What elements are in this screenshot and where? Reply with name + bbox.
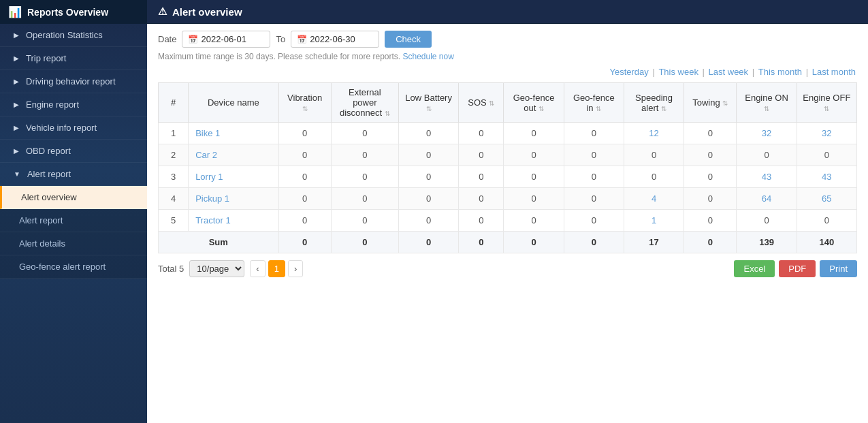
- col-vibration[interactable]: Vibration ⇅: [278, 83, 331, 123]
- tow-val: 0: [684, 144, 737, 166]
- lb-val: 0: [399, 210, 459, 232]
- page-controls: ‹ 1 ›: [250, 260, 303, 277]
- quick-date-links: Yesterday | This week | Last week | This…: [158, 67, 857, 77]
- prev-page-button[interactable]: ‹: [250, 260, 265, 277]
- last-month-link[interactable]: Last month: [812, 67, 856, 77]
- speed-val[interactable]: 1: [624, 210, 684, 232]
- per-page-select[interactable]: 10/page 20/page 50/page: [189, 260, 244, 277]
- sum-engoff: 140: [797, 232, 856, 253]
- sidebar-item-alert-report-sub[interactable]: Alert report: [0, 209, 147, 232]
- excel-export-button[interactable]: Excel: [734, 260, 775, 277]
- col-sos[interactable]: SOS ⇅: [459, 83, 504, 123]
- page-header: ⚠ Alert overview: [147, 0, 868, 24]
- device-name[interactable]: Tractor 1: [189, 210, 278, 232]
- gfin-val: 0: [564, 166, 624, 188]
- this-week-link[interactable]: This week: [658, 67, 698, 77]
- sidebar-label-trip-report: Trip report: [26, 53, 66, 63]
- ext-val: 0: [331, 210, 398, 232]
- gfout-val: 0: [504, 123, 564, 144]
- sidebar-label-engine-report: Engine report: [26, 99, 79, 110]
- col-geofence-in[interactable]: Geo-fence in ⇅: [564, 83, 624, 123]
- schedule-link[interactable]: Schedule now: [403, 52, 454, 61]
- row-num: 2: [159, 144, 189, 166]
- lb-val: 0: [399, 166, 459, 188]
- col-engine-off[interactable]: Engine OFF ⇅: [797, 83, 856, 123]
- print-button[interactable]: Print: [820, 260, 857, 277]
- speed-val[interactable]: 12: [624, 123, 684, 144]
- sidebar-item-trip-report[interactable]: ▶Trip report: [0, 47, 147, 70]
- col-speeding[interactable]: Speeding alert ⇅: [624, 83, 684, 123]
- pdf-export-button[interactable]: PDF: [779, 260, 816, 277]
- lb-val: 0: [399, 123, 459, 144]
- col-ext-power[interactable]: External power disconnect ⇅: [331, 83, 398, 123]
- engon-val[interactable]: 32: [737, 123, 797, 144]
- engoff-val: 0: [797, 144, 856, 166]
- last-week-link[interactable]: Last week: [709, 67, 749, 77]
- engon-val[interactable]: 64: [737, 188, 797, 210]
- device-name[interactable]: Car 2: [189, 144, 278, 166]
- tow-val: 0: [684, 210, 737, 232]
- gfin-val: 0: [564, 144, 624, 166]
- ext-val: 0: [331, 123, 398, 144]
- engoff-val[interactable]: 65: [797, 188, 856, 210]
- app-title: Reports Overview: [27, 7, 108, 18]
- sidebar-item-alert-details[interactable]: Alert details: [0, 232, 147, 255]
- gfin-val: 0: [564, 123, 624, 144]
- this-month-link[interactable]: This month: [758, 67, 802, 77]
- col-geofence-out[interactable]: Geo-fence out ⇅: [504, 83, 564, 123]
- gfout-val: 0: [504, 144, 564, 166]
- table-row: 1Bike 10000001203232: [159, 123, 857, 144]
- device-name[interactable]: Lorry 1: [189, 166, 278, 188]
- engoff-val[interactable]: 32: [797, 123, 856, 144]
- ext-val: 0: [331, 188, 398, 210]
- sum-ext: 0: [331, 232, 398, 253]
- device-name[interactable]: Pickup 1: [189, 188, 278, 210]
- check-button[interactable]: Check: [385, 31, 432, 48]
- sidebar-item-obd-report[interactable]: ▶OBD report: [0, 140, 147, 163]
- speed-val[interactable]: 4: [624, 188, 684, 210]
- sidebar-item-alert-overview[interactable]: Alert overview: [0, 186, 147, 209]
- sos-val: 0: [459, 144, 504, 166]
- sos-val: 0: [459, 210, 504, 232]
- date-label: Date: [158, 34, 176, 44]
- col-engine-on[interactable]: Engine ON ⇅: [737, 83, 797, 123]
- gfout-val: 0: [504, 166, 564, 188]
- alert-table: # Device name Vibration ⇅ External power…: [158, 82, 857, 253]
- sos-val: 0: [459, 188, 504, 210]
- sidebar-item-engine-report[interactable]: ▶Engine report: [0, 93, 147, 116]
- sum-gfin: 0: [564, 232, 624, 253]
- sum-tow: 0: [684, 232, 737, 253]
- vib-val: 0: [278, 210, 331, 232]
- tow-val: 0: [684, 166, 737, 188]
- device-name[interactable]: Bike 1: [189, 123, 278, 144]
- sidebar-item-operation-stats[interactable]: ▶Operation Statistics: [0, 24, 147, 47]
- pagination-row: Total 5 10/page 20/page 50/page ‹ 1 › Ex…: [158, 260, 857, 277]
- engoff-val[interactable]: 43: [797, 166, 856, 188]
- ext-val: 0: [331, 166, 398, 188]
- sidebar-item-geofence-alert[interactable]: Geo-fence alert report: [0, 255, 147, 279]
- date-to-input[interactable]: 📅 2022-06-30: [291, 31, 379, 48]
- sidebar-item-vehicle-info[interactable]: ▶Vehicle info report: [0, 116, 147, 140]
- tow-val: 0: [684, 188, 737, 210]
- sidebar-item-alert-report[interactable]: ▼Alert report: [0, 163, 147, 186]
- yesterday-link[interactable]: Yesterday: [609, 67, 648, 77]
- sidebar-label-operation-stats: Operation Statistics: [26, 30, 103, 40]
- date-from-input[interactable]: 📅 2022-06-01: [182, 31, 270, 48]
- sidebar-label-alert-report-sub: Alert report: [19, 215, 63, 225]
- sum-speed: 17: [624, 232, 684, 253]
- calendar-icon-from: 📅: [188, 35, 198, 44]
- speed-val: 0: [624, 144, 684, 166]
- table-row: 2Car 20000000000: [159, 144, 857, 166]
- sidebar-label-vehicle-info: Vehicle info report: [26, 123, 97, 133]
- engon-val[interactable]: 43: [737, 166, 797, 188]
- col-towing[interactable]: Towing ⇅: [684, 83, 737, 123]
- col-low-battery[interactable]: Low Battery ⇅: [399, 83, 459, 123]
- calendar-icon-to: 📅: [297, 35, 307, 44]
- sidebar-label-alert-report: Alert report: [27, 169, 71, 179]
- page-1-button[interactable]: 1: [268, 260, 285, 277]
- gfin-val: 0: [564, 188, 624, 210]
- engoff-val: 0: [797, 210, 856, 232]
- sidebar-item-driving-behavior[interactable]: ▶Driving behavior report: [0, 70, 147, 93]
- table-header-row: # Device name Vibration ⇅ External power…: [159, 83, 857, 123]
- next-page-button[interactable]: ›: [288, 260, 303, 277]
